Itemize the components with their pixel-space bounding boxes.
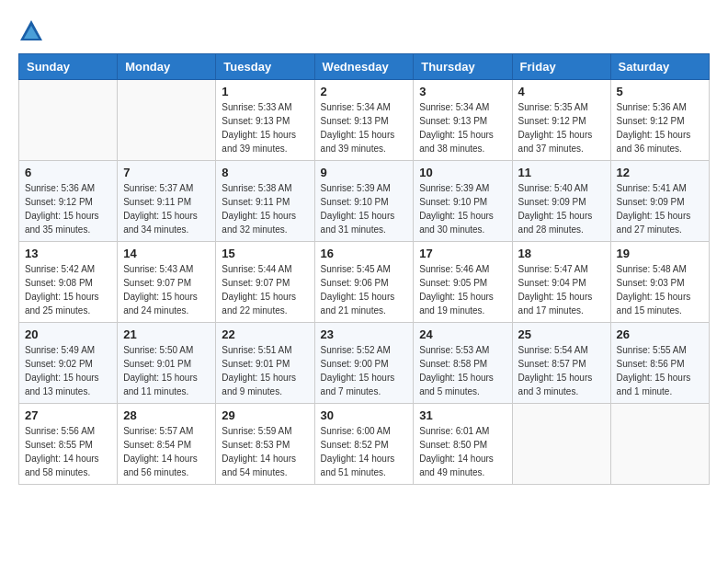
day-number: 1 <box>222 85 308 98</box>
day-number: 17 <box>419 247 506 260</box>
column-header-thursday: Thursday <box>414 54 512 80</box>
calendar-week-row: 27Sunrise: 5:56 AMSunset: 8:55 PMDayligh… <box>19 404 710 485</box>
day-detail: Sunrise: 5:34 AMSunset: 9:13 PMDaylight:… <box>321 100 408 155</box>
day-detail: Sunrise: 5:53 AMSunset: 8:58 PMDaylight:… <box>419 343 506 398</box>
day-number: 8 <box>222 166 308 179</box>
day-number: 2 <box>321 85 408 98</box>
calendar-header-row: SundayMondayTuesdayWednesdayThursdayFrid… <box>19 54 710 80</box>
day-number: 4 <box>518 85 605 98</box>
calendar-cell: 8Sunrise: 5:38 AMSunset: 9:11 PMDaylight… <box>216 161 314 242</box>
calendar-cell <box>19 80 118 161</box>
day-number: 24 <box>419 327 506 341</box>
day-number: 7 <box>123 166 210 179</box>
day-number: 28 <box>123 408 210 422</box>
calendar-cell: 1Sunrise: 5:33 AMSunset: 9:13 PMDaylight… <box>216 80 314 161</box>
day-number: 25 <box>518 327 605 341</box>
day-number: 11 <box>518 166 605 179</box>
calendar-cell: 2Sunrise: 5:34 AMSunset: 9:13 PMDaylight… <box>314 80 414 161</box>
day-number: 15 <box>222 247 308 260</box>
day-detail: Sunrise: 5:43 AMSunset: 9:07 PMDaylight:… <box>123 262 210 317</box>
calendar-cell: 25Sunrise: 5:54 AMSunset: 8:57 PMDayligh… <box>512 323 610 404</box>
day-detail: Sunrise: 6:01 AMSunset: 8:50 PMDaylight:… <box>419 424 506 479</box>
calendar-cell: 14Sunrise: 5:43 AMSunset: 9:07 PMDayligh… <box>118 242 216 323</box>
calendar-cell: 5Sunrise: 5:36 AMSunset: 9:12 PMDaylight… <box>610 80 709 161</box>
day-detail: Sunrise: 5:45 AMSunset: 9:06 PMDaylight:… <box>321 262 408 317</box>
day-number: 20 <box>25 327 111 341</box>
calendar-table: SundayMondayTuesdayWednesdayThursdayFrid… <box>18 53 710 485</box>
calendar-cell: 12Sunrise: 5:41 AMSunset: 9:09 PMDayligh… <box>610 161 709 242</box>
day-detail: Sunrise: 5:54 AMSunset: 8:57 PMDaylight:… <box>518 343 605 398</box>
calendar-cell: 23Sunrise: 5:52 AMSunset: 9:00 PMDayligh… <box>314 323 414 404</box>
calendar-cell: 15Sunrise: 5:44 AMSunset: 9:07 PMDayligh… <box>216 242 314 323</box>
day-number: 6 <box>25 166 111 179</box>
day-number: 21 <box>123 327 210 341</box>
calendar-cell: 13Sunrise: 5:42 AMSunset: 9:08 PMDayligh… <box>19 242 118 323</box>
calendar-cell: 30Sunrise: 6:00 AMSunset: 8:52 PMDayligh… <box>314 404 414 485</box>
column-header-sunday: Sunday <box>19 54 118 80</box>
column-header-wednesday: Wednesday <box>314 54 414 80</box>
day-detail: Sunrise: 5:57 AMSunset: 8:54 PMDaylight:… <box>123 424 210 479</box>
day-number: 30 <box>321 408 408 422</box>
calendar-cell: 27Sunrise: 5:56 AMSunset: 8:55 PMDayligh… <box>19 404 118 485</box>
calendar-cell: 19Sunrise: 5:48 AMSunset: 9:03 PMDayligh… <box>610 242 709 323</box>
calendar-cell: 9Sunrise: 5:39 AMSunset: 9:10 PMDaylight… <box>314 161 414 242</box>
day-number: 14 <box>123 247 210 260</box>
calendar-cell <box>512 404 610 485</box>
calendar-cell: 24Sunrise: 5:53 AMSunset: 8:58 PMDayligh… <box>414 323 512 404</box>
day-detail: Sunrise: 5:38 AMSunset: 9:11 PMDaylight:… <box>222 181 308 236</box>
calendar-cell: 11Sunrise: 5:40 AMSunset: 9:09 PMDayligh… <box>512 161 610 242</box>
day-detail: Sunrise: 5:33 AMSunset: 9:13 PMDaylight:… <box>222 100 308 155</box>
day-number: 18 <box>518 247 605 260</box>
calendar-cell: 22Sunrise: 5:51 AMSunset: 9:01 PMDayligh… <box>216 323 314 404</box>
day-detail: Sunrise: 5:34 AMSunset: 9:13 PMDaylight:… <box>419 100 506 155</box>
day-number: 23 <box>321 327 408 341</box>
calendar-cell: 3Sunrise: 5:34 AMSunset: 9:13 PMDaylight… <box>414 80 512 161</box>
calendar-week-row: 20Sunrise: 5:49 AMSunset: 9:02 PMDayligh… <box>19 323 710 404</box>
day-number: 16 <box>321 247 408 260</box>
day-detail: Sunrise: 5:36 AMSunset: 9:12 PMDaylight:… <box>617 100 703 155</box>
day-detail: Sunrise: 5:48 AMSunset: 9:03 PMDaylight:… <box>617 262 703 317</box>
calendar-cell: 10Sunrise: 5:39 AMSunset: 9:10 PMDayligh… <box>414 161 512 242</box>
column-header-saturday: Saturday <box>610 54 709 80</box>
column-header-monday: Monday <box>118 54 216 80</box>
calendar-cell: 4Sunrise: 5:35 AMSunset: 9:12 PMDaylight… <box>512 80 610 161</box>
day-detail: Sunrise: 5:49 AMSunset: 9:02 PMDaylight:… <box>25 343 111 398</box>
calendar-week-row: 6Sunrise: 5:36 AMSunset: 9:12 PMDaylight… <box>19 161 710 242</box>
calendar-cell: 6Sunrise: 5:36 AMSunset: 9:12 PMDaylight… <box>19 161 118 242</box>
logo-icon <box>18 18 44 44</box>
calendar-cell: 17Sunrise: 5:46 AMSunset: 9:05 PMDayligh… <box>414 242 512 323</box>
calendar-cell <box>118 80 216 161</box>
day-detail: Sunrise: 6:00 AMSunset: 8:52 PMDaylight:… <box>321 424 408 479</box>
calendar-cell: 16Sunrise: 5:45 AMSunset: 9:06 PMDayligh… <box>314 242 414 323</box>
day-detail: Sunrise: 5:52 AMSunset: 9:00 PMDaylight:… <box>321 343 408 398</box>
day-detail: Sunrise: 5:39 AMSunset: 9:10 PMDaylight:… <box>419 181 506 236</box>
calendar-cell: 31Sunrise: 6:01 AMSunset: 8:50 PMDayligh… <box>414 404 512 485</box>
day-detail: Sunrise: 5:59 AMSunset: 8:53 PMDaylight:… <box>222 424 308 479</box>
day-number: 19 <box>617 247 703 260</box>
calendar-cell: 28Sunrise: 5:57 AMSunset: 8:54 PMDayligh… <box>118 404 216 485</box>
day-number: 26 <box>617 327 703 341</box>
column-header-tuesday: Tuesday <box>216 54 314 80</box>
day-number: 3 <box>419 85 506 98</box>
day-number: 13 <box>25 247 111 260</box>
day-detail: Sunrise: 5:42 AMSunset: 9:08 PMDaylight:… <box>25 262 111 317</box>
day-number: 12 <box>617 166 703 179</box>
calendar-week-row: 1Sunrise: 5:33 AMSunset: 9:13 PMDaylight… <box>19 80 710 161</box>
day-number: 5 <box>617 85 703 98</box>
day-detail: Sunrise: 5:41 AMSunset: 9:09 PMDaylight:… <box>617 181 703 236</box>
day-detail: Sunrise: 5:47 AMSunset: 9:04 PMDaylight:… <box>518 262 605 317</box>
calendar-cell: 18Sunrise: 5:47 AMSunset: 9:04 PMDayligh… <box>512 242 610 323</box>
day-number: 22 <box>222 327 308 341</box>
day-detail: Sunrise: 5:39 AMSunset: 9:10 PMDaylight:… <box>321 181 408 236</box>
calendar-cell: 29Sunrise: 5:59 AMSunset: 8:53 PMDayligh… <box>216 404 314 485</box>
day-number: 27 <box>25 408 111 422</box>
day-detail: Sunrise: 5:46 AMSunset: 9:05 PMDaylight:… <box>419 262 506 317</box>
day-number: 10 <box>419 166 506 179</box>
page-header <box>18 18 710 44</box>
day-detail: Sunrise: 5:40 AMSunset: 9:09 PMDaylight:… <box>518 181 605 236</box>
logo <box>18 18 48 44</box>
calendar-cell: 26Sunrise: 5:55 AMSunset: 8:56 PMDayligh… <box>610 323 709 404</box>
day-number: 31 <box>419 408 506 422</box>
calendar-cell: 20Sunrise: 5:49 AMSunset: 9:02 PMDayligh… <box>19 323 118 404</box>
day-number: 29 <box>222 408 308 422</box>
